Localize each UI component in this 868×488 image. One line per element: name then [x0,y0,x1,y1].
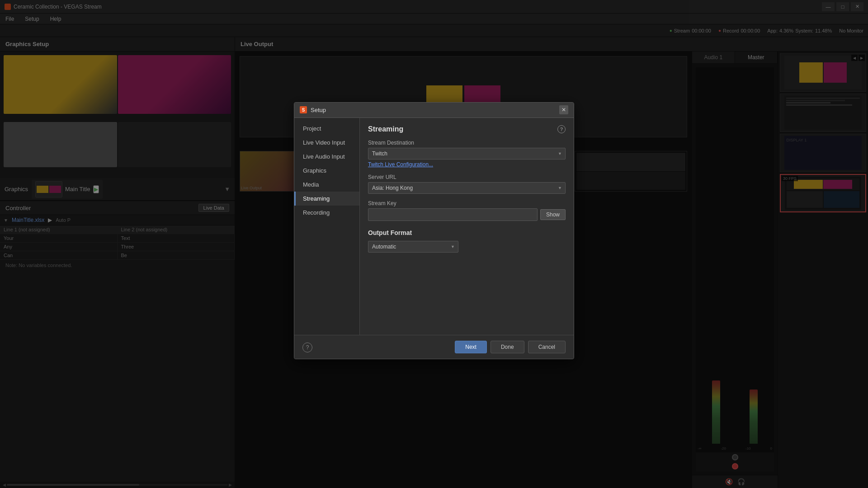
dialog-body: Project Live Video Input Live Audio Inpu… [294,118,574,335]
dialog-content: Streaming ? Stream Destination Twitch Yo… [360,118,574,335]
done-button[interactable]: Done [491,341,524,353]
dialog-close-button[interactable]: ✕ [559,105,568,114]
section-help-icon[interactable]: ? [557,125,566,133]
stream-key-row: Show [368,208,566,221]
cancel-button[interactable]: Cancel [528,341,566,353]
stream-destination-group: Stream Destination Twitch YouTube Facebo… [368,140,566,168]
nav-item-project[interactable]: Project [294,122,359,136]
nav-item-streaming[interactable]: Streaming [294,192,359,206]
twitch-config-link[interactable]: Twitch Live Configuration... [368,161,566,168]
stream-key-label: Stream Key [368,200,566,206]
nav-item-graphics[interactable]: Graphics [294,164,359,178]
dialog-footer: ? Next Done Cancel [294,335,574,359]
output-format-section: Output Format Automatic 720p 30fps 1080p… [368,229,566,253]
output-format-select-wrapper: Automatic 720p 30fps 1080p 30fps 1080p 6… [368,241,458,253]
dialog-icon-label: S [302,108,305,113]
setup-dialog: S Setup ✕ Project Live Video Input Live … [294,102,574,359]
nav-item-live-video[interactable]: Live Video Input [294,136,359,150]
server-url-select-wrapper: Asia: Hong Kong Asia: Singapore US West … [368,182,566,194]
dialog-icon: S [300,106,307,113]
server-url-group: Server URL Asia: Hong Kong Asia: Singapo… [368,174,566,194]
server-url-label: Server URL [368,174,566,180]
dialog-title-text: Setup [311,107,556,113]
next-button[interactable]: Next [455,341,487,353]
stream-key-input[interactable] [368,208,538,221]
show-key-button[interactable]: Show [540,209,566,220]
stream-key-group: Stream Key Show [368,200,566,221]
server-url-select[interactable]: Asia: Hong Kong Asia: Singapore US West … [368,182,566,194]
dialog-overlay: S Setup ✕ Project Live Video Input Live … [0,0,868,488]
dialog-section-title: Streaming ? [368,125,566,133]
output-format-title: Output Format [368,229,566,236]
nav-item-media[interactable]: Media [294,178,359,192]
nav-item-live-audio[interactable]: Live Audio Input [294,150,359,164]
dialog-title-bar: S Setup ✕ [294,103,574,118]
nav-item-recording[interactable]: Recording [294,206,359,220]
dialog-help-bottom-icon[interactable]: ? [302,343,312,352]
stream-destination-select-wrapper: Twitch YouTube Facebook Live Custom RTMP [368,148,566,160]
section-title-text: Streaming [368,125,403,133]
stream-destination-select[interactable]: Twitch YouTube Facebook Live Custom RTMP [368,148,566,160]
output-format-select[interactable]: Automatic 720p 30fps 1080p 30fps 1080p 6… [368,241,458,253]
stream-destination-label: Stream Destination [368,140,566,146]
dialog-nav: Project Live Video Input Live Audio Inpu… [294,118,360,335]
